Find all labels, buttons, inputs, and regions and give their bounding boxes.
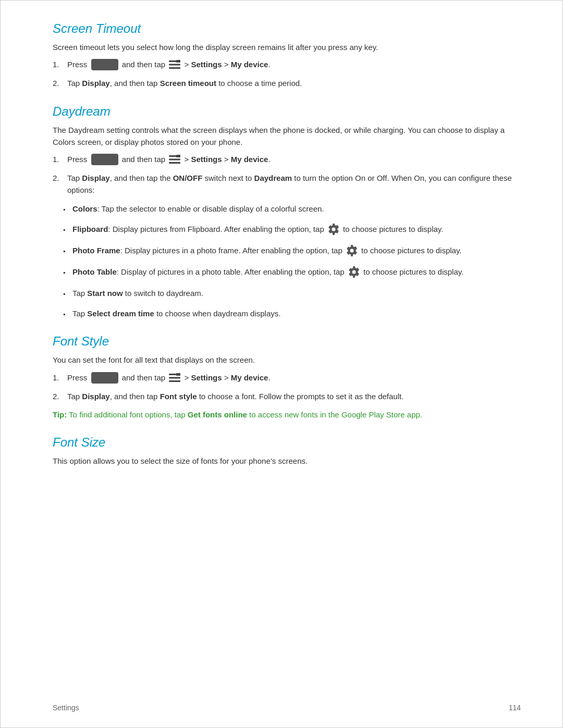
svg-rect-9 (169, 377, 180, 378)
step-number: 1. (53, 58, 67, 70)
step-number: 1. (53, 153, 67, 165)
colors-bold: Colors (72, 204, 97, 213)
svg-rect-6 (169, 162, 180, 164)
step-number: 1. (53, 372, 67, 384)
bullet-marker: ▪ (63, 205, 72, 215)
daydream-intro: The Daydream setting controls what the s… (53, 124, 521, 149)
display-bold: Display (82, 392, 109, 401)
settings-text: Settings (191, 60, 222, 69)
my-device-text: My device (231, 155, 268, 164)
list-item: ▪ Flipboard: Display pictures from Flipb… (63, 223, 521, 236)
menu-icon (169, 373, 180, 382)
display-bold: Display (82, 79, 109, 88)
font-size-intro: This option allows you to select the siz… (53, 455, 521, 467)
bullet-content: Tap Start now to switch to daydream. (72, 287, 521, 299)
bullet-marker: ▪ (63, 310, 72, 319)
screen-timeout-intro: Screen timeout lets you select how long … (53, 41, 521, 53)
bullet-content: Colors: Tap the selector to enable or di… (72, 203, 521, 215)
list-item: ▪ Photo Frame: Display pictures in a pho… (63, 244, 521, 257)
start-now-bold: Start now (87, 289, 123, 298)
footer: Settings 114 (53, 704, 521, 712)
svg-rect-5 (169, 159, 180, 161)
step-number: 2. (53, 77, 67, 89)
list-item: ▪ Tap Start now to switch to daydream. (63, 287, 521, 299)
photo-frame-bold: Photo Frame (72, 246, 120, 255)
bullet-content: Photo Frame: Display pictures in a photo… (72, 244, 521, 257)
list-item: 1. Press and then tap > Settings > My de… (53, 58, 521, 71)
step-number: 2. (53, 390, 67, 402)
step-content: Tap Display, and then tap the ON/OFF swi… (67, 172, 521, 196)
menu-icon (169, 155, 180, 164)
step-number: 2. (53, 172, 67, 184)
settings-text: Settings (191, 373, 222, 382)
footer-right: 114 (509, 704, 521, 712)
my-device-text: My device (231, 373, 268, 382)
step-content: Press and then tap > Settings > My devic… (67, 153, 521, 166)
photo-table-bold: Photo Table (72, 267, 117, 276)
display-bold: Display (82, 174, 109, 182)
svg-rect-7 (176, 155, 180, 157)
step-content: Press and then tap > Settings > My devic… (67, 58, 521, 71)
svg-rect-11 (176, 373, 180, 376)
footer-left: Settings (53, 704, 79, 712)
on-off-bold: ON/OFF (173, 174, 203, 182)
press-button (91, 59, 118, 70)
list-item: 1. Press and then tap > Settings > My de… (53, 153, 521, 166)
font-style-bold: Font style (160, 392, 197, 401)
bullet-marker: ▪ (63, 246, 72, 256)
press-button (91, 154, 118, 165)
step-content: Tap Display, and then tap Screen timeout… (67, 77, 521, 89)
bullet-content: Photo Table: Display of pictures in a ph… (72, 266, 521, 279)
svg-rect-3 (176, 60, 180, 63)
daydream-steps: 1. Press and then tap > Settings > My de… (53, 153, 521, 196)
menu-icon (169, 60, 180, 69)
page: Screen Timeout Screen timeout lets you s… (0, 0, 563, 728)
tip-paragraph: Tip: To find additional font options, ta… (53, 409, 521, 421)
list-item: 1. Press and then tap > Settings > My de… (53, 372, 521, 384)
bullet-content: Tap Select dream time to choose when day… (72, 307, 521, 319)
bullet-marker: ▪ (63, 268, 72, 278)
press-button (91, 372, 118, 384)
list-item: 2. Tap Display, and then tap the ON/OFF … (53, 172, 521, 196)
list-item: 2. Tap Display, and then tap Font style … (53, 390, 521, 402)
get-fonts-online-link[interactable]: Get fonts online (188, 410, 247, 419)
gear-icon (346, 244, 358, 257)
tip-label: Tip: (53, 410, 67, 419)
daydream-bold: Daydream (254, 174, 292, 182)
screen-timeout-bold: Screen timeout (160, 79, 216, 88)
list-item: ▪ Colors: Tap the selector to enable or … (63, 203, 521, 215)
svg-rect-10 (169, 380, 180, 382)
screen-timeout-title: Screen Timeout (53, 21, 521, 36)
step-content: Press and then tap > Settings > My devic… (67, 372, 521, 384)
bullet-content: Flipboard: Display pictures from Flipboa… (72, 223, 521, 236)
step-content: Tap Display, and then tap Font style to … (67, 390, 521, 402)
list-item: ▪ Tap Select dream time to choose when d… (63, 307, 521, 319)
my-device-text: My device (231, 60, 268, 69)
settings-text: Settings (191, 155, 222, 164)
svg-rect-1 (169, 64, 180, 66)
flipboard-bold: Flipboard (72, 225, 108, 233)
font-style-intro: You can set the font for all text that d… (53, 354, 521, 366)
bullet-marker: ▪ (63, 289, 72, 299)
svg-rect-2 (169, 67, 180, 69)
font-size-title: Font Size (53, 435, 521, 450)
select-dream-time-bold: Select dream time (87, 309, 154, 318)
gear-icon (348, 266, 360, 278)
list-item: 2. Tap Display, and then tap Screen time… (53, 77, 521, 89)
font-style-steps: 1. Press and then tap > Settings > My de… (53, 372, 521, 402)
daydream-title: Daydream (53, 104, 521, 119)
list-item: ▪ Photo Table: Display of pictures in a … (63, 266, 521, 279)
screen-timeout-steps: 1. Press and then tap > Settings > My de… (53, 58, 521, 89)
bullet-marker: ▪ (63, 225, 72, 235)
font-style-title: Font Style (53, 334, 521, 349)
gear-icon (327, 223, 340, 236)
daydream-bullets: ▪ Colors: Tap the selector to enable or … (63, 203, 521, 320)
